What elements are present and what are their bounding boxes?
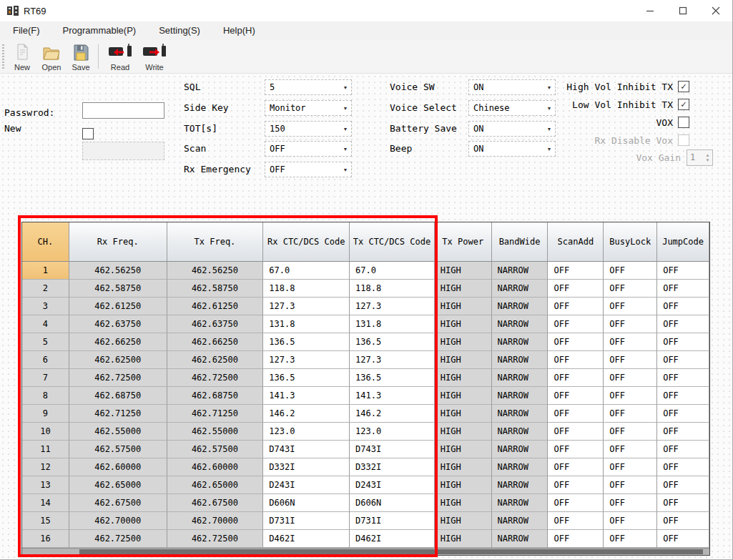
table-cell[interactable]: 11 (22, 441, 69, 458)
table-cell[interactable]: OFF (548, 369, 604, 387)
table-cell[interactable]: HIGH (435, 369, 492, 387)
table-cell[interactable]: OFF (548, 476, 604, 494)
table-cell[interactable]: 8 (22, 387, 69, 405)
table-cell[interactable]: 2 (22, 280, 69, 298)
open-button[interactable]: Open (36, 42, 67, 72)
dropdown-scan[interactable]: OFF▼ (265, 141, 352, 157)
table-cell[interactable]: OFF (657, 351, 709, 369)
table-cell[interactable]: 127.3 (263, 298, 350, 315)
column-header-tx-power[interactable]: Tx Power (435, 222, 492, 262)
table-cell[interactable]: OFF (604, 369, 657, 387)
table-cell[interactable]: 462.66250 (69, 333, 167, 351)
table-cell[interactable]: OFF (548, 333, 604, 351)
table-cell[interactable]: D606N (263, 494, 350, 512)
table-cell[interactable]: 462.61250 (167, 298, 264, 315)
dropdown-sql[interactable]: 5▼ (265, 79, 352, 95)
table-cell[interactable]: OFF (604, 262, 657, 280)
table-cell[interactable]: NARROW (492, 494, 548, 512)
table-cell[interactable]: 123.0 (350, 423, 435, 441)
table-cell[interactable]: HIGH (435, 512, 492, 530)
table-cell[interactable]: D462I (263, 530, 350, 548)
table-cell[interactable]: 67.0 (350, 262, 435, 280)
table-cell[interactable]: OFF (548, 530, 604, 548)
table-cell[interactable]: 462.57500 (69, 441, 167, 458)
table-cell[interactable]: HIGH (435, 262, 492, 280)
table-cell[interactable]: 136.5 (350, 333, 435, 351)
table-cell[interactable]: 462.62500 (167, 351, 264, 369)
table-cell[interactable]: OFF (548, 512, 604, 530)
table-cell[interactable]: HIGH (435, 387, 492, 405)
table-cell[interactable]: 15 (22, 512, 69, 530)
table-cell[interactable]: OFF (548, 423, 604, 441)
table-cell[interactable]: NARROW (492, 262, 548, 280)
table-cell[interactable]: 462.65000 (69, 476, 167, 494)
table-cell[interactable]: 462.72500 (69, 530, 167, 548)
table-cell[interactable]: D462I (350, 530, 435, 548)
table-cell[interactable]: OFF (657, 280, 709, 298)
table-cell[interactable]: OFF (604, 530, 657, 548)
table-cell[interactable]: OFF (604, 476, 657, 494)
table-cell[interactable]: NARROW (492, 280, 548, 298)
read-button[interactable]: Read (103, 42, 137, 72)
table-cell[interactable]: HIGH (435, 441, 492, 458)
table-cell[interactable]: 136.5 (263, 333, 350, 351)
table-cell[interactable]: NARROW (492, 512, 548, 530)
table-cell[interactable]: OFF (548, 441, 604, 458)
table-cell[interactable]: 462.65000 (167, 476, 264, 494)
table-cell[interactable]: 462.58750 (167, 280, 264, 298)
table-cell[interactable]: D731I (350, 512, 435, 530)
table-cell[interactable]: OFF (657, 315, 709, 333)
table-cell[interactable]: OFF (604, 441, 657, 458)
new-button[interactable]: New (8, 42, 36, 72)
table-cell[interactable]: OFF (604, 423, 657, 441)
dropdown-side-key[interactable]: Monitor▼ (265, 100, 352, 116)
table-cell[interactable]: 131.8 (263, 315, 350, 333)
table-cell[interactable]: 462.55000 (167, 423, 264, 441)
dropdown-tot-s[interactable]: 150▼ (265, 121, 352, 137)
column-header-tx-freq[interactable]: Tx Freq. (167, 222, 264, 262)
table-cell[interactable]: NARROW (492, 351, 548, 369)
table-cell[interactable]: OFF (604, 280, 657, 298)
table-cell[interactable]: 136.5 (263, 369, 350, 387)
table-cell[interactable]: HIGH (435, 298, 492, 315)
table-cell[interactable]: 118.8 (350, 280, 435, 298)
checkbox-low-vol-inhibit-tx[interactable]: ✓ (678, 99, 689, 110)
table-cell[interactable]: 12 (22, 458, 69, 476)
table-cell[interactable]: OFF (657, 476, 709, 494)
table-cell[interactable]: NARROW (492, 405, 548, 423)
table-cell[interactable]: NARROW (492, 387, 548, 405)
table-cell[interactable]: OFF (604, 494, 657, 512)
table-cell[interactable]: OFF (604, 512, 657, 530)
table-cell[interactable]: OFF (604, 315, 657, 333)
close-icon[interactable] (699, 0, 732, 21)
table-cell[interactable]: NARROW (492, 315, 548, 333)
table-cell[interactable]: 462.62500 (69, 351, 167, 369)
table-cell[interactable]: 462.70000 (69, 512, 167, 530)
table-cell[interactable]: OFF (657, 369, 709, 387)
table-cell[interactable]: 462.70000 (167, 512, 264, 530)
password-input[interactable] (82, 102, 164, 119)
table-cell[interactable]: 136.5 (350, 369, 435, 387)
new-password-checkbox[interactable] (82, 128, 94, 139)
table-cell[interactable]: 141.3 (350, 387, 435, 405)
table-cell[interactable]: OFF (604, 405, 657, 423)
table-cell[interactable]: 462.67500 (69, 494, 167, 512)
table-cell[interactable]: OFF (604, 351, 657, 369)
table-cell[interactable]: 123.0 (263, 423, 350, 441)
table-cell[interactable]: OFF (548, 262, 604, 280)
write-button[interactable]: Write (137, 42, 172, 72)
table-cell[interactable]: HIGH (435, 423, 492, 441)
table-cell[interactable]: HIGH (435, 315, 492, 333)
table-cell[interactable]: 3 (22, 298, 69, 315)
table-cell[interactable]: OFF (548, 405, 604, 423)
table-cell[interactable]: 127.3 (263, 351, 350, 369)
table-cell[interactable]: NARROW (492, 476, 548, 494)
table-cell[interactable]: OFF (548, 458, 604, 476)
table-cell[interactable]: 462.68750 (167, 387, 264, 405)
table-cell[interactable]: 7 (22, 369, 69, 387)
table-cell[interactable]: 5 (22, 333, 69, 351)
dropdown-beep[interactable]: ON▼ (468, 141, 556, 157)
dropdown-voice-select[interactable]: Chinese▼ (468, 100, 556, 116)
table-cell[interactable]: 9 (22, 405, 69, 423)
table-cell[interactable]: NARROW (492, 530, 548, 548)
